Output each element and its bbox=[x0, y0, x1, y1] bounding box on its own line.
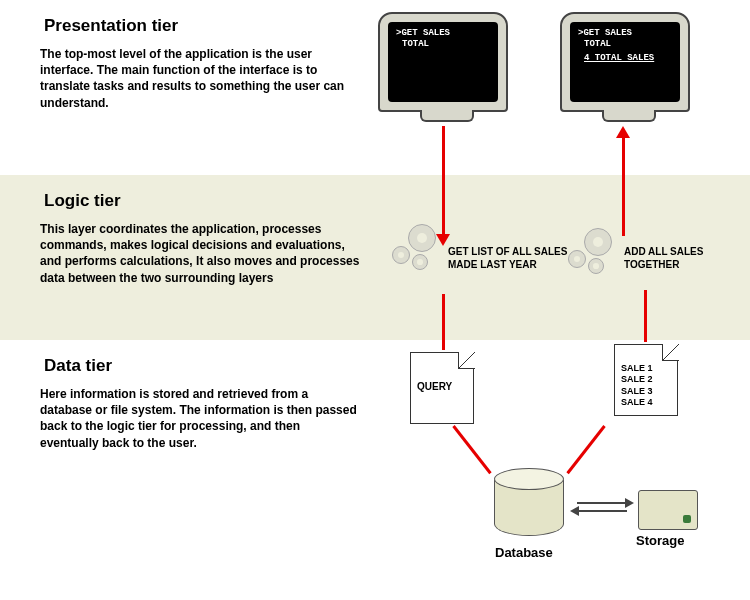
monitor-output-result: 4 TOTAL SALES bbox=[578, 53, 672, 64]
storage-label: Storage bbox=[636, 533, 684, 548]
gears-right-icon bbox=[568, 228, 618, 278]
logic-left-label: GET LIST OF ALL SALES MADE LAST YEAR bbox=[448, 246, 568, 271]
data-desc: Here information is stored and retrieved… bbox=[40, 386, 360, 451]
arrow-logic-to-query-icon bbox=[442, 294, 445, 350]
sale-line-4: SALE 4 bbox=[621, 397, 671, 408]
document-query-label: QUERY bbox=[417, 381, 452, 392]
gears-left-icon bbox=[392, 224, 442, 274]
database-label: Database bbox=[495, 545, 553, 560]
sale-line-1: SALE 1 bbox=[621, 363, 671, 374]
sale-line-2: SALE 2 bbox=[621, 374, 671, 385]
document-query-icon: QUERY bbox=[410, 352, 474, 424]
logic-desc: This layer coordinates the application, … bbox=[40, 221, 360, 286]
arrow-logic-to-presentation-icon bbox=[622, 136, 625, 236]
arrow-sales-to-logic-icon bbox=[644, 290, 647, 342]
arrow-presentation-to-logic-icon bbox=[442, 126, 445, 236]
monitor-output-screen: >GET SALES TOTAL 4 TOTAL SALES bbox=[570, 22, 680, 102]
sale-line-3: SALE 3 bbox=[621, 386, 671, 397]
monitor-input-line1: >GET SALES bbox=[396, 28, 490, 39]
database-icon bbox=[494, 468, 564, 538]
monitor-input-line2: TOTAL bbox=[396, 39, 490, 50]
monitor-input-icon: >GET SALES TOTAL bbox=[378, 12, 508, 112]
presentation-desc: The top-most level of the application is… bbox=[40, 46, 360, 111]
storage-icon bbox=[638, 490, 698, 530]
monitor-output-line1: >GET SALES bbox=[578, 28, 672, 39]
logic-right-label: ADD ALL SALES TOGETHER bbox=[624, 246, 724, 271]
monitor-output-line2: TOTAL bbox=[578, 39, 672, 50]
document-sales-icon: SALE 1 SALE 2 SALE 3 SALE 4 bbox=[614, 344, 678, 416]
double-arrow-icon bbox=[572, 498, 632, 518]
monitor-output-icon: >GET SALES TOTAL 4 TOTAL SALES bbox=[560, 12, 690, 112]
logic-title: Logic tier bbox=[44, 191, 750, 211]
monitor-input-screen: >GET SALES TOTAL bbox=[388, 22, 498, 102]
